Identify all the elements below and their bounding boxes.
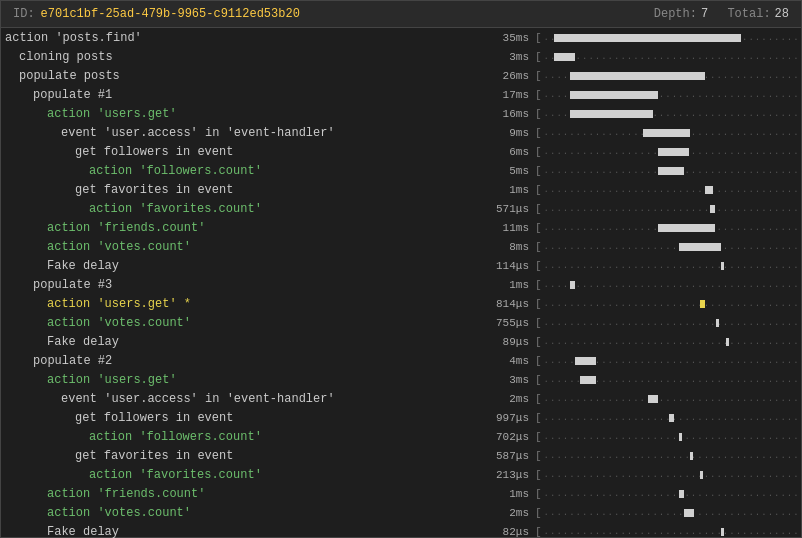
tree-column: action 'posts.find'cloning postspopulate… — [1, 28, 471, 538]
bar-row: 1ms[....................................… — [471, 180, 802, 199]
depth-value: 7 — [701, 7, 708, 21]
id-label: ID: — [13, 7, 35, 21]
bar-fill — [721, 262, 724, 270]
bar-row: 1ms[....................................… — [471, 275, 802, 294]
bar-container: ........................................… — [544, 280, 802, 290]
tree-node-label: action 'votes.count' — [47, 316, 191, 330]
bar-fill — [658, 224, 715, 232]
bracket-left: [ — [535, 89, 542, 101]
bar-fill — [669, 414, 674, 422]
time-value: 89μs — [477, 336, 529, 348]
tree-row: action 'friends.count' — [1, 218, 471, 237]
bar-fill — [575, 357, 596, 365]
tree-row: action 'votes.count' — [1, 237, 471, 256]
tree-row: event 'user.access' in 'event-handler' — [1, 123, 471, 142]
bracket-left: [ — [535, 488, 542, 500]
bar-container: ........................................… — [544, 413, 802, 423]
tree-row: get favorites in event — [1, 180, 471, 199]
bracket-left: [ — [535, 279, 542, 291]
tree-node-label: action 'votes.count' — [47, 506, 191, 520]
tree-node-label: populate #3 — [33, 278, 112, 292]
tree-row: populate posts — [1, 66, 471, 85]
tree-node-label: action 'users.get' — [47, 107, 177, 121]
bar-fill — [580, 376, 596, 384]
bar-container: ........................................… — [544, 527, 802, 537]
bar-fill — [658, 148, 689, 156]
bracket-left: [ — [535, 469, 542, 481]
bar-container: ........................................… — [544, 432, 802, 442]
time-value: 814μs — [477, 298, 529, 310]
tree-row: get followers in event — [1, 142, 471, 161]
bar-fill — [716, 319, 719, 327]
bar-fill — [710, 205, 715, 213]
time-value: 1ms — [477, 279, 529, 291]
bar-container: ........................................… — [544, 356, 802, 366]
tree-row: get followers in event — [1, 408, 471, 427]
bar-row: 702μs[..................................… — [471, 427, 802, 446]
bracket-left: [ — [535, 317, 542, 329]
bar-row: 2ms[....................................… — [471, 503, 802, 522]
bar-fill — [554, 34, 741, 42]
tree-row: action 'favorites.count' — [1, 199, 471, 218]
tree-row: action 'users.get' — [1, 104, 471, 123]
time-value: 11ms — [477, 222, 529, 234]
bar-row: 3ms[....................................… — [471, 370, 802, 389]
bar-row: 82μs[...................................… — [471, 522, 802, 538]
time-value: 9ms — [477, 127, 529, 139]
bar-row: 1ms[....................................… — [471, 484, 802, 503]
bar-row: 2ms[....................................… — [471, 389, 802, 408]
bracket-left: [ — [535, 355, 542, 367]
tree-row: action 'posts.find' — [1, 28, 471, 47]
bracket-left: [ — [535, 260, 542, 272]
bar-container: ........................................… — [544, 242, 802, 252]
tree-node-label: Fake delay — [47, 259, 119, 273]
bar-row: 755μs[..................................… — [471, 313, 802, 332]
bracket-left: [ — [535, 336, 542, 348]
tree-node-label: event 'user.access' in 'event-handler' — [61, 126, 335, 140]
time-value: 1ms — [477, 488, 529, 500]
bracket-left: [ — [535, 70, 542, 82]
bar-container: ........................................… — [544, 261, 802, 271]
bar-container: ........................................… — [544, 489, 802, 499]
depth-label: Depth: — [654, 7, 697, 21]
bar-container: ........................................… — [544, 204, 802, 214]
bracket-left: [ — [535, 241, 542, 253]
bar-fill — [679, 433, 682, 441]
total-label: Total: — [727, 7, 770, 21]
bar-container: ........................................… — [544, 394, 802, 404]
bar-fill — [684, 509, 694, 517]
time-value: 587μs — [477, 450, 529, 462]
time-value: 35ms — [477, 32, 529, 44]
bars-column: 35ms[...................................… — [471, 28, 802, 538]
bar-container: ........................................… — [544, 337, 802, 347]
bar-dots: ........................................… — [544, 394, 802, 404]
bar-container: ........................................… — [544, 470, 802, 480]
time-value: 17ms — [477, 89, 529, 101]
tree-row: Fake delay — [1, 332, 471, 351]
bracket-left: [ — [535, 450, 542, 462]
tree-row: action 'friends.count' — [1, 484, 471, 503]
bar-container: ........................................… — [544, 375, 802, 385]
bar-fill — [679, 490, 684, 498]
tree-node-label: action 'posts.find' — [5, 31, 142, 45]
time-value: 2ms — [477, 393, 529, 405]
bar-row: 213μs[..................................… — [471, 465, 802, 484]
bar-container: ........................................… — [544, 90, 802, 100]
bar-container: ........................................… — [544, 109, 802, 119]
time-value: 755μs — [477, 317, 529, 329]
tree-row: get favorites in event — [1, 446, 471, 465]
tree-row: populate #3 — [1, 275, 471, 294]
tree-row: action 'favorites.count' — [1, 465, 471, 484]
tree-row: Fake delay — [1, 256, 471, 275]
time-value: 26ms — [477, 70, 529, 82]
bar-row: 4ms[....................................… — [471, 351, 802, 370]
bar-container: ........................................… — [544, 451, 802, 461]
trace-meta: Depth:7 Total:28 — [654, 7, 789, 21]
bar-fill — [705, 186, 713, 194]
bar-dots: ........................................… — [544, 432, 802, 442]
bar-container: ........................................… — [544, 508, 802, 518]
bar-fill — [726, 338, 729, 346]
tree-row: cloning posts — [1, 47, 471, 66]
bar-fill — [721, 528, 724, 536]
bar-row: 587μs[..................................… — [471, 446, 802, 465]
